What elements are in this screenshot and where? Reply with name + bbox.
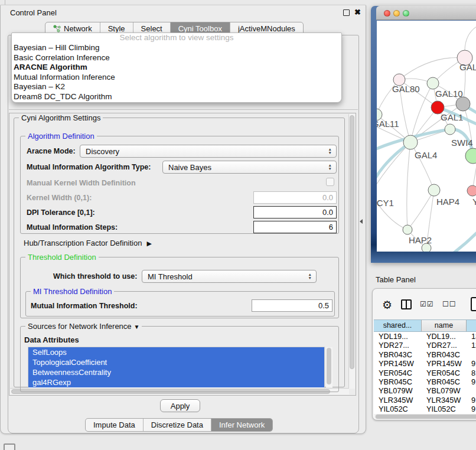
zoom-traffic-icon[interactable] (403, 10, 409, 17)
columns-icon[interactable] (401, 299, 412, 309)
algorithm-option[interactable]: Bayesian – K2 (12, 82, 341, 92)
node-label: GAL80 (392, 84, 420, 94)
close-icon[interactable]: ✖ (354, 8, 361, 17)
table-cell: YER054C (374, 369, 422, 377)
attribute-item[interactable]: BetweennessCentrality (28, 367, 324, 377)
hub-definition-expander[interactable]: Hub/Transcription Factor Definition▶ (24, 239, 152, 247)
minimized-panel-icon[interactable] (4, 444, 15, 450)
network-node-gal10[interactable] (427, 77, 439, 89)
deselect-all-icon[interactable]: ☐☐ (442, 300, 457, 308)
tab-label: Network (64, 24, 92, 33)
node-label: GAL4 (415, 150, 437, 160)
table-row[interactable]: YBR043CYBR043C (374, 350, 476, 359)
tab-discretize-data[interactable]: Discretize Data (144, 419, 211, 431)
collapse-down-icon: ▼ (134, 324, 140, 330)
column-header[interactable]: name (422, 320, 467, 331)
table-cell: YPR145W (422, 359, 467, 368)
mi-type-select[interactable]: Naive Bayes ▲▼ (162, 161, 337, 174)
attributes-scrollbar-thumb[interactable] (327, 348, 331, 384)
kernel-width-input[interactable] (253, 191, 337, 204)
mi-threshold-legend: MI Threshold Definition (31, 287, 114, 296)
table-cell: YBR043C (422, 350, 467, 359)
control-panel-title: Control Panel (10, 8, 57, 17)
network-window-titlebar[interactable] (376, 6, 476, 20)
algorithm-option[interactable]: Bayesian – Hill Climbing (12, 43, 341, 53)
table-cell: YDL19... (374, 332, 422, 341)
table-row[interactable]: YDL19...YDL19...13 (374, 332, 476, 341)
attribute-item[interactable]: gal4RGexp (28, 377, 324, 387)
table-cell: 8. (467, 369, 476, 377)
data-attributes-label: Data Attributes (24, 335, 79, 344)
apply-button[interactable]: Apply (160, 399, 200, 412)
attribute-item[interactable]: TopologicalCoefficient (28, 357, 324, 367)
dpi-tolerance-input[interactable] (253, 206, 337, 219)
vertical-scrollbar-thumb[interactable] (350, 115, 354, 369)
network-canvas[interactable]: GALGAL80GAL10GAL1GAL11SWI4GAL4GCY1HAP4YH… (377, 21, 476, 252)
attribute-item[interactable]: SelfLoops (28, 347, 324, 357)
network-node[interactable] (465, 148, 476, 164)
table-panel: ⚙ ☑☑ ☐☐ shared...nameAYDL19...YDL19...13… (372, 288, 476, 420)
algorithm-option[interactable]: Basic Correlation Inference (12, 53, 341, 63)
float-icon[interactable] (343, 9, 350, 16)
mi-threshold-input[interactable] (252, 299, 332, 312)
sources-legend-label: Sources for Network Inference (28, 322, 132, 331)
algorithm-option[interactable]: Mutual Information Inference (12, 73, 341, 83)
mi-steps-input[interactable] (253, 221, 337, 233)
hidden-panel-edge (9, 109, 358, 110)
control-panel-titlebar[interactable]: Control Panel ✖ (1, 5, 366, 19)
splitter-collapse-icon[interactable] (360, 219, 363, 224)
algorithm-definition-legend: Algorithm Definition (25, 132, 97, 141)
aracne-mode-select[interactable]: Discovery ▲▼ (80, 145, 337, 158)
which-threshold-select[interactable]: MI Threshold ▲▼ (142, 270, 317, 283)
table-row[interactable]: YLR345WYLR345W9. (374, 396, 476, 405)
algorithm-option[interactable]: ARACNE Algorithm (12, 63, 341, 73)
chevron-updown-icon: ▲▼ (308, 273, 312, 280)
network-node-y[interactable] (467, 185, 476, 196)
node-label: GCY1 (377, 198, 394, 208)
cyni-algorithm-settings-group: Cyni Algorithm Settings Algorithm Defini… (14, 118, 345, 387)
table-cell: YIL052C (374, 405, 422, 413)
minimize-traffic-icon[interactable] (393, 10, 400, 17)
table-row[interactable]: YBL079WYBL079W (374, 386, 476, 395)
select-all-icon[interactable]: ☑☑ (420, 300, 434, 308)
table-scrollbar-thumb[interactable] (376, 415, 476, 419)
table-row[interactable]: YBR045CYBR045C9. (374, 377, 476, 386)
network-node-hap4[interactable] (428, 184, 440, 196)
mi-steps-label: Mutual Information Steps: (27, 223, 118, 231)
table-row[interactable]: YDR27...YDR27...12 (374, 341, 476, 350)
network-view-window: GALGAL80GAL10GAL1GAL11SWI4GAL4GCY1HAP4YH… (371, 6, 476, 263)
algorithm-option[interactable]: Dream8 DC_TDC Algorithm (12, 92, 341, 102)
network-node-swi4[interactable] (445, 124, 455, 135)
column-header[interactable]: A (467, 320, 476, 331)
tab-infer-network[interactable]: Infer Network (211, 419, 272, 431)
table-cell (467, 386, 476, 395)
network-edge[interactable] (407, 142, 410, 230)
table-row[interactable]: YIL052CYIL052C9 (374, 405, 476, 413)
network-edge[interactable] (407, 190, 434, 230)
manual-kernel-checkbox[interactable] (326, 178, 334, 186)
network-edge-thick[interactable] (452, 225, 476, 252)
column-header[interactable]: shared... (374, 320, 422, 331)
network-node-hap2[interactable] (403, 225, 412, 234)
vertical-scrollbar[interactable] (348, 114, 355, 389)
settings-scrollpane: Cyni Algorithm Settings Algorithm Defini… (9, 113, 356, 396)
attributes-list-scrollbar[interactable] (326, 347, 332, 387)
network-edge-thick[interactable] (377, 142, 410, 191)
table-cell: YBL079W (374, 386, 422, 395)
close-traffic-icon[interactable] (384, 10, 390, 17)
data-attributes-list[interactable]: SelfLoopsTopologicalCoefficientBetweenne… (28, 347, 325, 389)
network-node[interactable] (422, 243, 431, 252)
tab-impute-data[interactable]: Impute Data (86, 419, 144, 431)
network-edge[interactable] (465, 24, 476, 50)
table-row[interactable]: YPR145WYPR145W9. (374, 359, 476, 368)
network-node[interactable] (456, 97, 470, 111)
application: Control Panel ✖ NetworkStyleSelectCyni T… (0, 0, 476, 450)
table-toolbar: ⚙ ☑☑ ☐☐ (373, 289, 476, 318)
function-icon[interactable] (471, 297, 476, 311)
sources-legend[interactable]: Sources for Network Inference▼ (25, 322, 142, 331)
table-horizontal-scrollbar[interactable] (375, 414, 476, 419)
network-edge[interactable] (399, 57, 465, 80)
gear-icon[interactable]: ⚙ (382, 298, 392, 312)
network-node-gal4[interactable] (403, 135, 418, 149)
table-row[interactable]: YER054CYER054C8. (374, 369, 476, 377)
